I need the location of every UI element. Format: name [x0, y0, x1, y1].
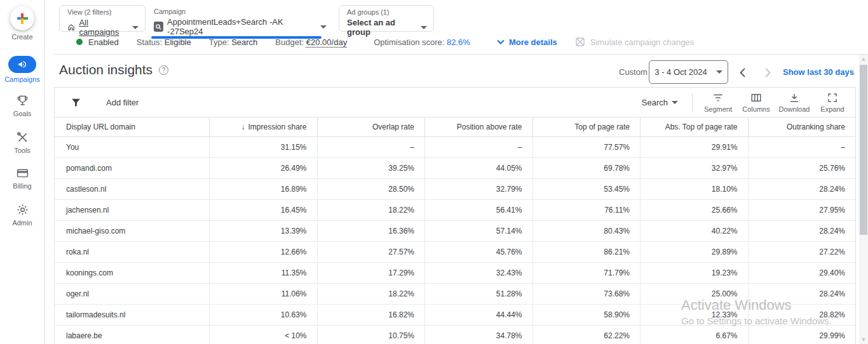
- table-row: jachensen.nl16.45%18.22%56.41%76.11%25.6…: [55, 200, 855, 221]
- create-button[interactable]: Create: [0, 6, 44, 41]
- optimisation-score-label: Optimisation score:: [374, 37, 444, 47]
- scrollbar-thumb[interactable]: [860, 65, 867, 235]
- value-cell: 32.79%: [424, 179, 532, 199]
- table-row: castleson.nl16.89%28.50%32.79%53.45%18.1…: [55, 179, 855, 200]
- expand-icon: [827, 92, 838, 103]
- status-value: Eligible: [165, 37, 191, 47]
- segment-button[interactable]: Segment: [699, 92, 737, 113]
- value-cell: 27.57%: [317, 242, 425, 262]
- optimisation-score-value[interactable]: 82.6%: [447, 37, 470, 47]
- column-header[interactable]: Overlap rate: [317, 117, 425, 136]
- value-cell: 69.78%: [532, 158, 641, 178]
- value-cell: 16.45%: [209, 200, 317, 220]
- chevron-down-icon: [716, 70, 722, 74]
- chevron-down-icon: [672, 101, 678, 104]
- sidebar-item-label: Goals: [13, 110, 32, 117]
- column-header[interactable]: Top of page rate: [532, 117, 641, 136]
- column-header[interactable]: Display URL domain: [55, 117, 209, 136]
- create-label: Create: [11, 33, 32, 41]
- auction-insights-table: Add filter Search Segment Columns Dow: [54, 87, 856, 344]
- chevron-left-icon: [740, 68, 745, 77]
- search-dropdown[interactable]: Search: [642, 98, 678, 107]
- expand-button[interactable]: Expand: [813, 92, 851, 113]
- campaign-selector[interactable]: Campaign AppointmentLeads+Search -AK -27…: [146, 5, 330, 36]
- value-cell: 29.40%: [748, 263, 856, 283]
- columns-icon: [750, 92, 762, 103]
- value-cell: 29.91%: [640, 137, 748, 157]
- value-cell: 29.99%: [748, 326, 856, 344]
- view-selector[interactable]: View (2 filters) All campaigns: [59, 5, 146, 32]
- table-row: koonings.com11.35%17.29%32.43%71.79%19.2…: [55, 263, 855, 284]
- next-period-button[interactable]: [760, 65, 775, 80]
- column-header[interactable]: Position above rate: [424, 117, 532, 136]
- previous-period-button[interactable]: [735, 65, 750, 80]
- value-cell: 29.89%: [640, 242, 748, 262]
- value-cell: 40.22%: [640, 221, 748, 241]
- table-row: roka.nl12.66%27.57%45.76%86.21%29.89%27.…: [55, 242, 855, 263]
- value-cell: –: [424, 137, 532, 157]
- columns-button[interactable]: Columns: [737, 92, 775, 113]
- scroll-down-icon[interactable]: ▼: [859, 335, 868, 344]
- date-mode-label: Custom: [619, 67, 648, 77]
- table-body: You31.15%––77.57%29.91%–pomandi.com26.49…: [55, 137, 855, 344]
- trophy-icon: [16, 94, 29, 107]
- download-button[interactable]: Download: [775, 92, 813, 113]
- table-row: pomandi.com26.49%39.25%44.05%69.78%32.97…: [55, 158, 855, 179]
- sidebar-item-campaigns[interactable]: Campaigns: [0, 56, 44, 83]
- value-cell: 80.43%: [532, 221, 641, 241]
- column-header-sorted[interactable]: ↓Impression share: [209, 117, 317, 136]
- value-cell: 17.29%: [317, 263, 425, 283]
- sidebar-item-admin[interactable]: Admin: [0, 203, 44, 227]
- more-details-button[interactable]: More details: [497, 37, 557, 47]
- value-cell: 26.49%: [209, 158, 317, 178]
- tools-icon: [16, 131, 29, 144]
- sidebar-item-label: Billing: [13, 182, 31, 190]
- sidebar-item-tools[interactable]: Tools: [0, 131, 44, 154]
- header-divider: [54, 54, 868, 55]
- chevron-down-icon: [421, 26, 427, 29]
- value-cell: 57.14%: [424, 221, 532, 241]
- ad-group-selector[interactable]: Ad groups (1) Select an ad group: [339, 5, 434, 32]
- domain-cell: oger.nl: [55, 284, 209, 304]
- search-campaign-icon: [154, 22, 163, 32]
- value-cell: –: [317, 137, 425, 157]
- value-cell: 18.22%: [317, 284, 425, 304]
- campaign-selector-value: AppointmentLeads+Search -AK -27Sep24: [167, 17, 313, 36]
- value-cell: 31.15%: [209, 137, 317, 157]
- table-row: labaere.be< 10%10.75%34.78%62.22%6.67%29…: [55, 326, 855, 344]
- date-range-value: 3 - 4 Oct 2024: [654, 67, 707, 77]
- value-cell: 27.22%: [748, 242, 856, 262]
- budget-value[interactable]: €20.00/day: [306, 37, 347, 47]
- value-cell: 11.35%: [209, 263, 317, 283]
- add-filter-button[interactable]: Add filter: [106, 98, 139, 107]
- value-cell: 10.75%: [317, 326, 425, 344]
- value-cell: 10.63%: [209, 305, 317, 325]
- view-selector-value: All campaigns: [79, 18, 125, 37]
- sidebar-item-goals[interactable]: Goals: [0, 94, 44, 117]
- help-icon[interactable]: ?: [159, 65, 168, 75]
- show-last-30-days-link[interactable]: Show last 30 days: [783, 67, 854, 77]
- value-cell: 28.50%: [317, 179, 425, 199]
- value-cell: 12.33%: [640, 305, 748, 325]
- value-cell: 16.82%: [317, 305, 425, 325]
- simulate-icon: [575, 37, 585, 47]
- date-range-picker[interactable]: 3 - 4 Oct 2024: [649, 60, 728, 84]
- value-cell: 32.43%: [424, 263, 532, 283]
- value-cell: 11.06%: [209, 284, 317, 304]
- column-header[interactable]: Abs. Top of page rate: [640, 117, 748, 136]
- vertical-scrollbar[interactable]: ▲ ▼: [859, 55, 868, 344]
- value-cell: 19.23%: [640, 263, 748, 283]
- filter-funnel-icon[interactable]: [71, 97, 81, 108]
- value-cell: 25.66%: [640, 200, 748, 220]
- scroll-up-icon[interactable]: ▲: [859, 55, 868, 63]
- value-cell: 58.90%: [532, 305, 641, 325]
- column-header[interactable]: Outranking share: [748, 117, 856, 136]
- sidebar-item-billing[interactable]: Billing: [0, 166, 44, 190]
- domain-cell: koonings.com: [55, 263, 209, 283]
- table-row: tailormadesuits.nl10.63%16.82%44.44%58.9…: [55, 305, 855, 326]
- type-value: Search: [231, 37, 257, 47]
- ad-group-selector-label: Ad groups (1): [347, 8, 427, 17]
- enabled-label: Enabled: [88, 37, 119, 47]
- sidebar-item-label: Tools: [14, 147, 31, 154]
- value-cell: 51.28%: [424, 284, 532, 304]
